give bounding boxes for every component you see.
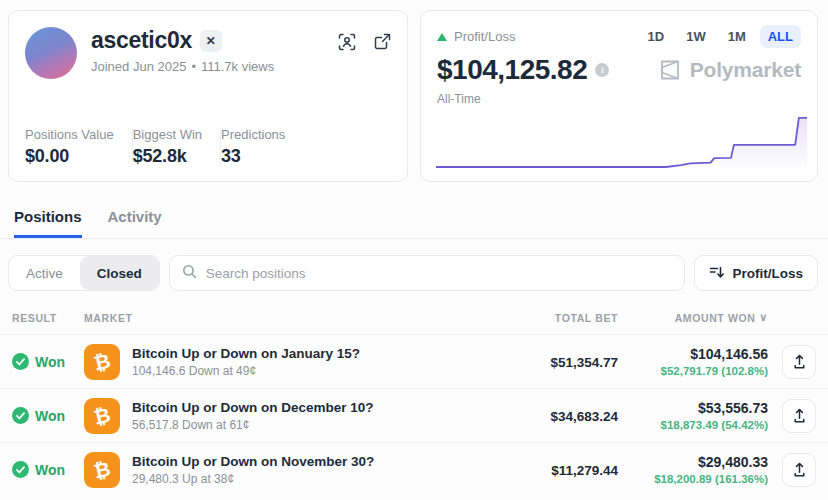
profit-value: $52,791.79 (102.8%) [618,365,768,377]
amount-won-value: $29,480.33 [618,454,768,470]
result-badge: Won [12,353,84,370]
scan-profile-icon[interactable] [338,33,356,51]
range-1d-button[interactable]: 1D [640,25,673,48]
info-icon[interactable]: i [595,63,609,77]
stat-value: $52.8k [133,146,202,167]
position-state-toggle: Active Closed [8,255,160,291]
profit-loss-card: Profit/Loss 1D 1W 1M ALL $104,125.82 i P… [420,10,818,182]
bitcoin-icon: ₿ [84,452,120,488]
header-market: MARKET [84,312,478,324]
profit-value: $18,873.49 (54.42%) [618,419,768,431]
search-icon [182,264,197,283]
pnl-chart [436,111,807,171]
market-subtitle: 104,146.6 Down at 49¢ [132,364,360,378]
tab-bar: Positions Activity [0,208,828,239]
sort-icon [709,265,724,282]
market-subtitle: 29,480.3 Up at 38¢ [132,472,374,486]
market-subtitle: 56,517.8 Down at 61¢ [132,418,374,432]
pnl-value: $104,125.82 [437,54,587,86]
result-label: Won [35,408,65,424]
tab-positions[interactable]: Positions [14,208,82,238]
profile-name: ascetic0x [91,27,192,54]
profile-card: ascetic0x ✕ Joined Jun 2025 • 111.7k vie… [8,10,408,182]
table-row[interactable]: Won ₿ Bitcoin Up or Down on November 30?… [0,442,828,496]
bitcoin-icon: ₿ [84,398,120,434]
views-count: 111.7k views [201,59,274,74]
up-triangle-icon [437,33,447,41]
market-title[interactable]: Bitcoin Up or Down on January 15? [132,346,360,361]
profile-meta: Joined Jun 2025 • 111.7k views [91,59,338,74]
table-header-row: RESULT MARKET TOTAL BET AMOUNT WON ∨ [0,297,828,334]
pnl-label: Profit/Loss [454,29,515,44]
sort-profit-loss-button[interactable]: Profit/Loss [694,255,818,291]
share-icon [792,408,807,424]
polymarket-watermark: Polymarket [658,58,801,82]
chevron-down-icon: ∨ [759,311,768,324]
segment-active[interactable]: Active [9,256,80,290]
pnl-period-label: All-Time [437,92,801,106]
check-icon [12,461,29,478]
total-bet-value: $11,279.44 [551,463,618,478]
profile-stats: Positions Value $0.00 Biggest Win $52.8k… [25,127,391,167]
range-1m-button[interactable]: 1M [720,25,754,48]
share-button[interactable] [782,345,816,379]
filter-row: Active Closed Profit/Loss [8,255,818,291]
total-bet-value: $34,683.24 [550,409,618,424]
header-amount-won[interactable]: AMOUNT WON ∨ [618,311,768,324]
search-positions-box[interactable] [169,255,686,291]
range-1w-button[interactable]: 1W [678,25,714,48]
result-label: Won [35,354,65,370]
time-range-selector: 1D 1W 1M ALL [640,25,801,48]
check-icon [12,353,29,370]
sort-button-label: Profit/Loss [732,266,803,281]
result-badge: Won [12,407,84,424]
stat-label: Predictions [221,127,285,142]
stat-predictions: Predictions 33 [221,127,303,167]
stat-biggest-win: Biggest Win $52.8k [133,127,220,167]
stat-value: 33 [221,146,285,167]
top-cards: ascetic0x ✕ Joined Jun 2025 • 111.7k vie… [0,0,828,182]
tab-activity[interactable]: Activity [108,208,162,238]
share-icon [792,462,807,478]
external-link-icon[interactable] [374,33,391,51]
market-title[interactable]: Bitcoin Up or Down on November 30? [132,454,374,469]
check-icon [12,407,29,424]
result-label: Won [35,462,65,478]
header-amount-won-label: AMOUNT WON [675,312,756,324]
polymarket-logo-icon [658,58,682,82]
total-bet-value: $51,354.77 [550,355,618,370]
table-row[interactable]: Won ₿ Bitcoin Up or Down on January 15? … [0,334,828,388]
profit-value: $18,200.89 (161.36%) [618,473,768,485]
joined-date: Joined Jun 2025 [91,59,186,74]
search-input[interactable] [206,266,673,281]
stat-label: Biggest Win [133,127,202,142]
x-twitter-badge-icon[interactable]: ✕ [200,30,222,52]
positions-table: RESULT MARKET TOTAL BET AMOUNT WON ∨ Won… [0,297,828,496]
market-title[interactable]: Bitcoin Up or Down on December 10? [132,400,374,415]
avatar [25,27,77,79]
share-button[interactable] [782,399,816,433]
meta-dot: • [191,59,196,74]
result-badge: Won [12,461,84,478]
header-total-bet: TOTAL BET [478,312,618,324]
amount-won-value: $104,146.56 [618,346,768,362]
stat-positions-value: Positions Value $0.00 [25,127,132,167]
share-icon [792,354,807,370]
header-result: RESULT [12,312,84,324]
share-button[interactable] [782,453,816,487]
table-row[interactable]: Won ₿ Bitcoin Up or Down on December 10?… [0,388,828,442]
stat-value: $0.00 [25,146,114,167]
watermark-text: Polymarket [690,58,801,82]
bitcoin-icon: ₿ [84,344,120,380]
range-all-button[interactable]: ALL [760,25,801,48]
amount-won-value: $53,556.73 [618,400,768,416]
segment-closed[interactable]: Closed [80,256,159,290]
stat-label: Positions Value [25,127,114,142]
